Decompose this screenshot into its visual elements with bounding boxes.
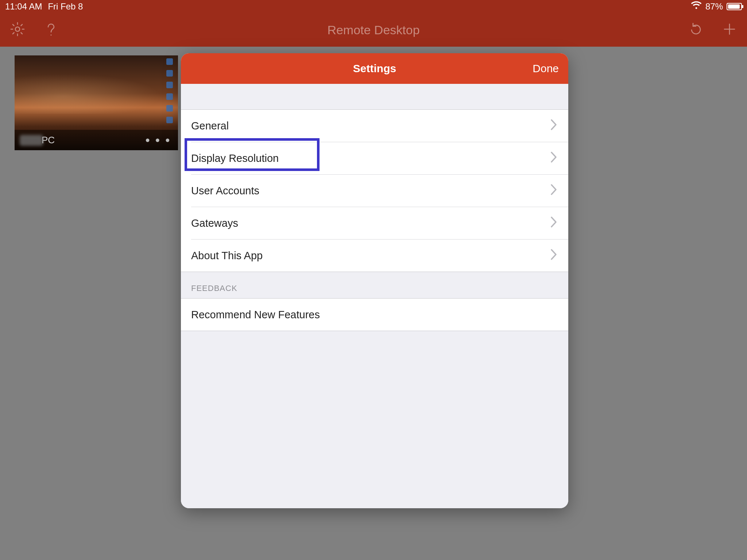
svg-point-1 bbox=[50, 34, 51, 35]
settings-section-feedback-header: FEEDBACK bbox=[181, 272, 568, 298]
thumbnail-desktop-icons bbox=[166, 58, 175, 128]
wifi-icon bbox=[691, 1, 702, 12]
done-button[interactable]: Done bbox=[533, 53, 559, 84]
chevron-right-icon bbox=[550, 248, 558, 263]
battery-icon bbox=[727, 3, 742, 10]
content-area: PC ● ● ● Settings Done General Display R… bbox=[0, 47, 747, 560]
thumbnail-preview bbox=[15, 70, 178, 114]
more-icon[interactable]: ● ● ● bbox=[145, 135, 171, 145]
settings-row-display-resolution[interactable]: Display Resolution bbox=[181, 142, 568, 174]
thumbnail-name-prefix bbox=[20, 135, 43, 146]
chevron-right-icon bbox=[550, 151, 558, 166]
chevron-right-icon bbox=[550, 118, 558, 133]
refresh-icon[interactable] bbox=[688, 21, 704, 39]
chevron-right-icon bbox=[550, 216, 558, 231]
settings-row-label: General bbox=[191, 120, 229, 132]
settings-header: Settings Done bbox=[181, 53, 568, 84]
top-bar: 11:04 AM Fri Feb 8 87% Remote Desktop bbox=[0, 0, 747, 47]
settings-section-main: General Display Resolution User Accounts… bbox=[181, 110, 568, 272]
gear-icon[interactable] bbox=[9, 21, 26, 39]
settings-title: Settings bbox=[353, 62, 396, 75]
plus-icon[interactable] bbox=[721, 21, 738, 39]
svg-point-0 bbox=[15, 27, 20, 31]
app-toolbar: Remote Desktop bbox=[0, 13, 747, 47]
settings-row-gateways[interactable]: Gateways bbox=[181, 207, 568, 239]
settings-row-label: Recommend New Features bbox=[191, 309, 320, 321]
settings-row-user-accounts[interactable]: User Accounts bbox=[181, 175, 568, 207]
settings-row-label: Display Resolution bbox=[191, 152, 279, 164]
status-date: Fri Feb 8 bbox=[48, 1, 83, 12]
settings-section-feedback: Recommend New Features bbox=[181, 299, 568, 331]
settings-modal: Settings Done General Display Resolution… bbox=[181, 53, 568, 508]
settings-row-general[interactable]: General bbox=[181, 110, 568, 142]
pc-thumbnail[interactable]: PC ● ● ● bbox=[15, 55, 178, 150]
thumbnail-footer: PC ● ● ● bbox=[15, 130, 178, 150]
settings-row-label: User Accounts bbox=[191, 185, 259, 197]
status-time: 11:04 AM bbox=[5, 1, 42, 12]
settings-row-about[interactable]: About This App bbox=[181, 240, 568, 272]
settings-row-label: About This App bbox=[191, 250, 263, 262]
status-bar: 11:04 AM Fri Feb 8 87% bbox=[0, 0, 747, 13]
help-icon[interactable] bbox=[43, 21, 59, 39]
section-spacer bbox=[181, 84, 568, 109]
battery-percentage: 87% bbox=[705, 1, 723, 12]
settings-row-recommend-features[interactable]: Recommend New Features bbox=[181, 299, 568, 331]
app-title: Remote Desktop bbox=[327, 23, 419, 37]
settings-empty-space bbox=[181, 331, 568, 508]
chevron-right-icon bbox=[550, 183, 558, 198]
thumbnail-label: PC bbox=[42, 135, 55, 146]
settings-row-label: Gateways bbox=[191, 217, 238, 229]
